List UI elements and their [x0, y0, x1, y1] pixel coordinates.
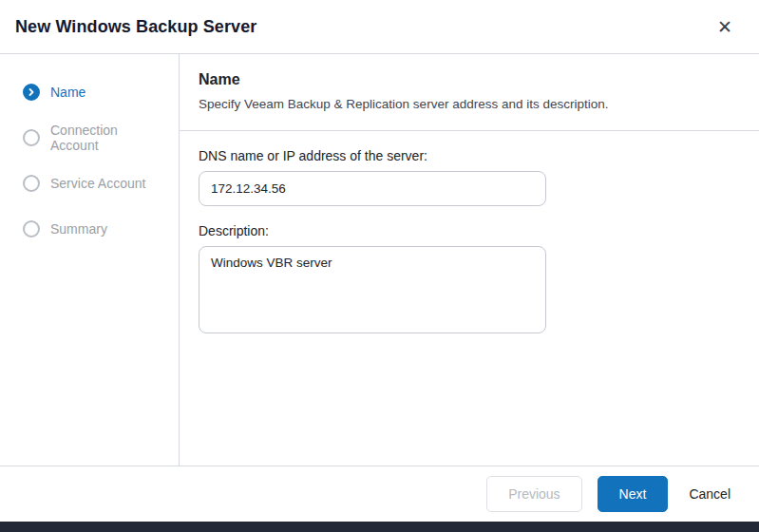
close-icon[interactable]: ✕ [713, 14, 736, 40]
step-label: Connection Account [50, 123, 163, 153]
dialog-titlebar: New Windows Backup Server ✕ [0, 0, 759, 54]
dns-field-label: DNS name or IP address of the server: [199, 148, 736, 163]
description-textarea[interactable]: Windows VBR server [199, 246, 546, 333]
new-windows-backup-server-dialog: New Windows Backup Server ✕ Name Connect… [0, 0, 759, 532]
step-circle-icon [23, 175, 40, 192]
step-summary[interactable]: Summary [0, 206, 179, 252]
cancel-button[interactable]: Cancel [683, 476, 736, 512]
dialog-body: Name Connection Account Service Account … [0, 54, 759, 466]
dialog-title: New Windows Backup Server [15, 17, 256, 37]
step-label: Name [50, 85, 85, 100]
step-heading: Name [199, 71, 736, 88]
step-circle-icon [23, 129, 40, 146]
step-connection-account[interactable]: Connection Account [0, 115, 179, 161]
wizard-steps-sidebar: Name Connection Account Service Account … [0, 54, 180, 466]
step-active-arrow-icon [23, 84, 40, 101]
desktop-background-strip [0, 522, 759, 532]
previous-button[interactable]: Previous [486, 476, 581, 512]
step-label: Service Account [50, 176, 145, 191]
step-label: Summary [50, 221, 107, 237]
dns-address-input[interactable] [199, 171, 546, 206]
description-field-label: Description: [199, 223, 736, 238]
next-button[interactable]: Next [598, 476, 669, 512]
step-service-account[interactable]: Service Account [0, 161, 179, 206]
step-name[interactable]: Name [0, 69, 179, 115]
dialog-footer: Previous Next Cancel [0, 466, 759, 522]
step-content-panel: Name Specify Veeam Backup & Replication … [180, 54, 759, 466]
step-subtitle: Specify Veeam Backup & Replication serve… [199, 97, 736, 111]
step-circle-icon [23, 220, 40, 238]
